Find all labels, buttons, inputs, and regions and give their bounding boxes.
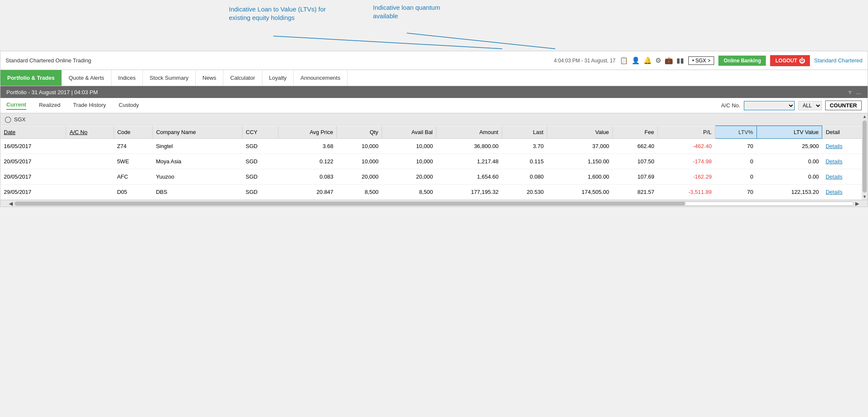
- col-ltv-value: LTV Value: [757, 126, 822, 139]
- sc-link[interactable]: Standard Chartered: [814, 57, 862, 64]
- nav-bar: Portfolio & Trades Quote & Alerts Indice…: [0, 70, 868, 86]
- table-row: 16/05/2017Z74SingtelSGD3.6810,00010,0003…: [0, 139, 868, 154]
- cell-code: AFC: [114, 169, 153, 185]
- scroll-down-arrow[interactable]: ▼: [862, 193, 867, 200]
- scroll-left-arrow[interactable]: ◀: [7, 201, 14, 207]
- cell-detail[interactable]: Details: [822, 185, 868, 200]
- sgx-group-label: SGX: [14, 116, 25, 123]
- settings-icon[interactable]: ⚙: [655, 56, 661, 64]
- nav-portfolio-trades[interactable]: Portfolio & Trades: [0, 70, 62, 86]
- nav-news[interactable]: News: [196, 70, 224, 86]
- copy-icon[interactable]: 📋: [620, 56, 628, 64]
- power-icon: ⏻: [799, 57, 805, 64]
- cell-detail[interactable]: Details: [822, 139, 868, 154]
- cell-company: Moya Asia: [153, 154, 242, 169]
- cell-avail-bal: 10,000: [382, 139, 437, 154]
- cell-ccy: SGD: [242, 169, 278, 185]
- header-title: Standard Chartered Online Trading: [6, 57, 550, 64]
- cell-qty: 10,000: [337, 154, 382, 169]
- portfolio-header-icons: ▿ …: [849, 89, 862, 95]
- online-banking-button[interactable]: Online Banking: [718, 56, 766, 66]
- cell-avg-price: 0.122: [278, 154, 337, 169]
- table-row: 20/05/20175WEMoya AsiaSGD0.12210,00010,0…: [0, 154, 868, 169]
- cell-avail-bal: 10,000: [382, 154, 437, 169]
- nav-loyalty[interactable]: Loyalty: [262, 70, 294, 86]
- cell-ccy: SGD: [242, 185, 278, 200]
- col-code: Code: [114, 126, 153, 139]
- cell-value: 37,000: [547, 139, 613, 154]
- col-last: Last: [502, 126, 547, 139]
- cell-avail-bal: 20,000: [382, 169, 437, 185]
- col-date: Date: [0, 126, 66, 139]
- cell-ccy: SGD: [242, 139, 278, 154]
- alert-icon[interactable]: 🔔: [643, 56, 652, 64]
- col-detail: Detail: [822, 126, 868, 139]
- cell-fee: 821.57: [612, 185, 657, 200]
- cell-detail[interactable]: Details: [822, 154, 868, 169]
- cell-last: 0.080: [502, 169, 547, 185]
- user-icon[interactable]: 👤: [632, 56, 640, 64]
- portfolio-header: Portfolio - 31 August 2017 | 04:03 PM ▿ …: [0, 86, 868, 98]
- tab-current[interactable]: Current: [6, 101, 26, 110]
- nav-quote-alerts[interactable]: Quote & Alerts: [62, 70, 111, 86]
- cell-avg-price: 0.083: [278, 169, 337, 185]
- cell-avg-price: 20.847: [278, 185, 337, 200]
- cell-code: Z74: [114, 139, 153, 154]
- cell-pl: -462.40: [658, 139, 715, 154]
- cell-fee: 662.40: [612, 139, 657, 154]
- cell-ac: [66, 139, 114, 154]
- col-pl: P/L: [658, 126, 715, 139]
- nav-icon[interactable]: ▮▮: [676, 56, 684, 64]
- cell-avail-bal: 8,500: [382, 185, 437, 200]
- col-ccy: CCY: [242, 126, 278, 139]
- cell-company: Yuuzoo: [153, 169, 242, 185]
- more-icon[interactable]: …: [856, 89, 862, 95]
- counter-button[interactable]: COUNTER: [825, 101, 862, 110]
- collapse-icon[interactable]: ◯: [5, 116, 11, 123]
- nav-announcements[interactable]: Announcements: [294, 70, 348, 86]
- cell-detail[interactable]: Details: [822, 169, 868, 185]
- cell-code: 5WE: [114, 154, 153, 169]
- cell-ltv-value: 122,153.20: [757, 185, 822, 200]
- cell-amount: 1,217.48: [437, 154, 502, 169]
- scroll-right-arrow[interactable]: ▶: [854, 201, 861, 207]
- cell-ltv: 0: [715, 169, 757, 185]
- nav-indices[interactable]: Indices: [111, 70, 143, 86]
- header-icons: 📋 👤 🔔 ⚙ 💼 ▮▮: [620, 56, 684, 64]
- logout-button[interactable]: LOGOUT ⏻: [770, 55, 810, 66]
- scroll-up-arrow[interactable]: ▲: [862, 113, 867, 120]
- filter-icon[interactable]: ▿: [849, 89, 851, 95]
- cell-amount: 36,800.00: [437, 139, 502, 154]
- scrollbar-thumb[interactable]: [15, 202, 685, 205]
- portfolio-icon[interactable]: 💼: [665, 56, 673, 64]
- callout-ltv: Indicative Loan to Value (LTVs) for exis…: [229, 5, 343, 22]
- cell-value: 174,505.00: [547, 185, 613, 200]
- scrollbar-track[interactable]: [14, 202, 854, 206]
- svg-line-1: [407, 33, 555, 49]
- tab-row: Current Realized Trade History Custody A…: [0, 98, 868, 113]
- cell-value: 1,600.00: [547, 169, 613, 185]
- tab-custody[interactable]: Custody: [119, 102, 139, 109]
- cell-ccy: SGD: [242, 154, 278, 169]
- scroll-thumb-v[interactable]: [862, 120, 867, 193]
- cell-qty: 8,500: [337, 185, 382, 200]
- cell-ac: [66, 185, 114, 200]
- ac-select[interactable]: [744, 101, 795, 110]
- cell-qty: 10,000: [337, 139, 382, 154]
- cell-amount: 177,195.32: [437, 185, 502, 200]
- portfolio-table: Date A/C No Code Company Name CCY Avg Pr…: [0, 126, 868, 200]
- tab-realized[interactable]: Realized: [39, 102, 61, 109]
- sgx-button[interactable]: • SGX >: [688, 56, 714, 65]
- tab-trade-history[interactable]: Trade History: [73, 102, 106, 109]
- nav-stock-summary[interactable]: Stock Summary: [143, 70, 196, 86]
- cell-company: Singtel: [153, 139, 242, 154]
- ac-label: A/C No.: [721, 102, 740, 109]
- cell-fee: 107.50: [612, 154, 657, 169]
- cell-pl: -3,511.89: [658, 185, 715, 200]
- cell-date: 20/05/2017: [0, 169, 66, 185]
- cell-qty: 20,000: [337, 169, 382, 185]
- col-ac: A/C No: [66, 126, 114, 139]
- all-select[interactable]: ALL: [798, 101, 822, 110]
- nav-calculator[interactable]: Calculator: [223, 70, 262, 86]
- tab-controls: A/C No. ALL COUNTER: [721, 101, 862, 110]
